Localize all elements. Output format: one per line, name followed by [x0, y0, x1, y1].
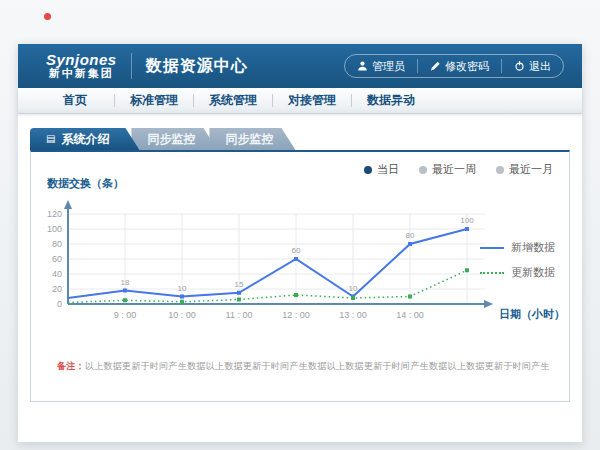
- footnote-text: 以上数据更新于时间产生数据以上数据更新于时间产生数据以上数据更新于时间产生数据以…: [85, 361, 549, 371]
- svg-text:120: 120: [47, 209, 62, 219]
- change-password-button[interactable]: 修改密码: [418, 55, 501, 77]
- nav-item-home[interactable]: 首页: [36, 92, 114, 109]
- chart-legend: 新增数据 更新数据: [480, 240, 555, 280]
- tab-sync-monitor-2[interactable]: 同步监控: [209, 128, 295, 150]
- green-dotted-line-icon: [480, 272, 504, 274]
- tab-label: 同步监控: [147, 131, 195, 148]
- svg-text:15: 15: [235, 280, 244, 289]
- change-password-label: 修改密码: [445, 59, 489, 74]
- legend-item-new-data[interactable]: 新增数据: [480, 240, 555, 255]
- svg-text:14 : 00: 14 : 00: [396, 310, 424, 320]
- user-toolbar: 管理员 修改密码 退出: [344, 54, 564, 78]
- doc-icon: ▤: [46, 134, 55, 144]
- chart-panel: 当日 最近一周 最近一月 数据交换（条） 0204060801001209 : …: [30, 150, 570, 402]
- svg-text:10: 10: [178, 284, 187, 293]
- tab-bar: ▤ 系统介绍 同步监控 同步监控: [30, 128, 570, 150]
- radio-dot-icon: [419, 166, 427, 174]
- person-icon: [357, 60, 368, 72]
- radio-label: 最近一周: [432, 162, 476, 177]
- nav-item-interface-mgmt[interactable]: 对接管理: [273, 92, 351, 109]
- svg-text:12 : 00: 12 : 00: [282, 310, 310, 320]
- tab-system-intro[interactable]: ▤ 系统介绍: [30, 128, 139, 150]
- svg-text:18: 18: [121, 278, 130, 287]
- svg-text:日期（小时）: 日期（小时）: [499, 308, 565, 321]
- svg-text:100: 100: [47, 224, 62, 234]
- y-axis-title: 数据交换（条）: [47, 176, 124, 191]
- svg-text:10 : 00: 10 : 00: [168, 310, 196, 320]
- tab-label: 系统介绍: [61, 131, 109, 148]
- header-divider: [131, 53, 132, 79]
- radio-dot-icon: [496, 166, 504, 174]
- svg-text:80: 80: [406, 231, 415, 240]
- svg-text:80: 80: [52, 239, 62, 249]
- blue-line-icon: [480, 247, 504, 249]
- logo-text-cn: 新中新集团: [46, 68, 117, 80]
- header: Synjones 新中新集团 数据资源中心 管理员 修改密码: [18, 44, 582, 88]
- svg-text:9 : 00: 9 : 00: [114, 310, 137, 320]
- footnote: 备注：以上数据更新于时间产生数据以上数据更新于时间产生数据以上数据更新于时间产生…: [57, 360, 549, 373]
- svg-text:0: 0: [57, 299, 62, 309]
- admin-user-button[interactable]: 管理员: [345, 55, 417, 77]
- edit-icon: [430, 60, 441, 72]
- logout-label: 退出: [529, 59, 551, 74]
- svg-text:100: 100: [460, 216, 474, 225]
- main-nav: 首页 标准管理 系统管理 对接管理 数据异动: [18, 88, 582, 114]
- radio-label: 当日: [377, 162, 399, 177]
- logo-text-en: Synjones: [46, 52, 117, 68]
- admin-user-label: 管理员: [372, 59, 405, 74]
- nav-item-standard-mgmt[interactable]: 标准管理: [115, 92, 193, 109]
- tab-sync-monitor-1[interactable]: 同步监控: [131, 128, 217, 150]
- svg-text:11 : 00: 11 : 00: [226, 310, 253, 320]
- svg-text:20: 20: [52, 284, 62, 294]
- tab-label: 同步监控: [225, 131, 273, 148]
- svg-text:60: 60: [292, 246, 301, 255]
- svg-text:40: 40: [52, 269, 62, 279]
- radio-dot-icon: [364, 166, 372, 174]
- logout-button[interactable]: 退出: [502, 55, 563, 77]
- nav-item-system-mgmt[interactable]: 系统管理: [194, 92, 272, 109]
- radio-today[interactable]: 当日: [364, 162, 399, 177]
- legend-label: 更新数据: [511, 265, 555, 280]
- red-dot: [44, 13, 51, 20]
- radio-last-week[interactable]: 最近一周: [419, 162, 476, 177]
- svg-text:10: 10: [349, 284, 358, 293]
- svg-text:60: 60: [52, 254, 62, 264]
- app-window: Synjones 新中新集团 数据资源中心 管理员 修改密码: [18, 44, 582, 442]
- page-title: 数据资源中心: [146, 56, 248, 77]
- logo: Synjones 新中新集团: [46, 52, 117, 79]
- svg-text:13 : 00: 13 : 00: [339, 310, 367, 320]
- time-range-filter: 当日 最近一周 最近一月: [364, 162, 553, 177]
- footnote-prefix: 备注：: [57, 361, 85, 371]
- power-icon: [514, 60, 525, 72]
- radio-last-month[interactable]: 最近一月: [496, 162, 553, 177]
- nav-item-data-change[interactable]: 数据异动: [352, 92, 430, 109]
- legend-label: 新增数据: [511, 240, 555, 255]
- radio-label: 最近一月: [509, 162, 553, 177]
- legend-item-updated-data[interactable]: 更新数据: [480, 265, 555, 280]
